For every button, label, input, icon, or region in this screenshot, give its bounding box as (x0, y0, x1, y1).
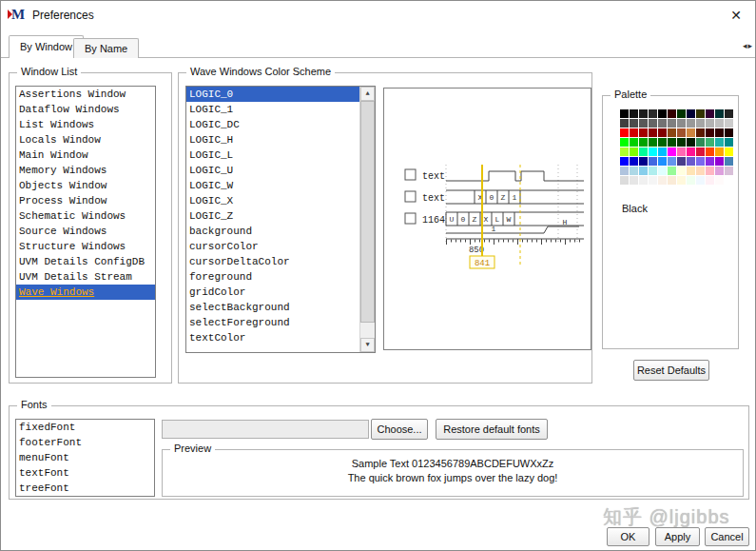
palette-color-swatch[interactable] (630, 157, 638, 166)
wave-checkbox-1[interactable] (405, 169, 416, 180)
palette-color-swatch[interactable] (649, 176, 657, 185)
palette-color-swatch[interactable] (715, 128, 724, 137)
close-icon[interactable]: ✕ (727, 6, 746, 25)
palette-color-swatch[interactable] (725, 176, 733, 185)
palette-color-swatch[interactable] (725, 167, 733, 175)
list-item[interactable]: selectForeground (186, 315, 375, 330)
reset-defaults-button[interactable]: Reset Defaults (633, 360, 709, 381)
palette-color-swatch[interactable] (687, 138, 695, 147)
color-scheme-listbox[interactable]: ▲ ▼ LOGIC_0LOGIC_1LOGIC_DCLOGIC_HLOGIC_L… (185, 86, 376, 353)
palette-color-swatch[interactable] (639, 167, 648, 175)
list-item[interactable]: LOGIC_0 (186, 87, 375, 102)
palette-color-swatch[interactable] (696, 138, 705, 147)
list-item[interactable]: LOGIC_Z (186, 208, 375, 224)
palette-color-swatch[interactable] (630, 167, 638, 175)
palette-color-swatch[interactable] (630, 138, 638, 147)
palette-color-swatch[interactable] (668, 128, 676, 137)
font-name-field[interactable] (162, 420, 369, 439)
palette-color-swatch[interactable] (725, 128, 733, 137)
palette-color-swatch[interactable] (706, 167, 714, 175)
palette-color-swatch[interactable] (677, 176, 686, 185)
palette-color-swatch[interactable] (639, 128, 648, 137)
palette-color-swatch[interactable] (696, 148, 705, 156)
palette-color-swatch[interactable] (658, 176, 667, 185)
tab-scroll-arrows[interactable]: ◂▸ (743, 41, 753, 50)
list-item[interactable]: footerFont (16, 435, 154, 450)
palette-color-swatch[interactable] (715, 138, 724, 147)
palette-color-swatch[interactable] (696, 128, 705, 137)
palette-color-swatch[interactable] (630, 176, 638, 185)
palette-color-swatch[interactable] (649, 119, 657, 128)
palette-color-swatch[interactable] (658, 138, 667, 147)
palette-color-swatch[interactable] (620, 128, 629, 137)
palette-color-swatch[interactable] (696, 176, 705, 185)
palette-color-swatch[interactable] (696, 157, 705, 166)
palette-color-swatch[interactable] (677, 148, 686, 156)
palette-color-swatch[interactable] (696, 167, 705, 175)
palette-color-swatch[interactable] (677, 109, 686, 118)
list-item[interactable]: cursorDeltaColor (186, 254, 375, 269)
list-item[interactable]: textFont (16, 465, 154, 481)
palette-color-swatch[interactable] (658, 157, 667, 166)
scrollbar-down-icon[interactable]: ▼ (360, 338, 375, 352)
cancel-button[interactable]: Cancel (705, 527, 749, 546)
list-item[interactable]: UVM Details Stream (16, 269, 155, 285)
palette-color-swatch[interactable] (620, 119, 629, 128)
list-item[interactable]: textColor (186, 330, 375, 345)
list-item[interactable]: LOGIC_1 (186, 102, 375, 117)
palette-color-swatch[interactable] (620, 148, 629, 156)
palette-color-swatch[interactable] (687, 119, 695, 128)
list-item[interactable]: menuFont (16, 450, 154, 465)
list-item[interactable]: Process Window (16, 193, 155, 208)
palette-color-swatch[interactable] (677, 157, 686, 166)
palette-color-swatch[interactable] (687, 157, 695, 166)
palette-color-swatch[interactable] (630, 109, 638, 118)
ok-button[interactable]: OK (607, 527, 649, 546)
scroll-right-icon[interactable]: ▸ (747, 41, 753, 50)
list-item[interactable]: UVM Details ConfigDB (16, 254, 155, 269)
palette-color-swatch[interactable] (620, 167, 629, 175)
palette-color-swatch[interactable] (639, 138, 648, 147)
palette-color-swatch[interactable] (706, 176, 714, 185)
palette-color-swatch[interactable] (630, 148, 638, 156)
palette-color-swatch[interactable] (715, 176, 724, 185)
list-item[interactable]: foreground (186, 269, 375, 285)
palette-color-swatch[interactable] (725, 109, 733, 118)
list-item[interactable]: LOGIC_W (186, 178, 375, 193)
palette-color-swatch[interactable] (668, 138, 676, 147)
palette-color-swatch[interactable] (668, 148, 676, 156)
list-item[interactable]: Structure Windows (16, 239, 155, 254)
apply-button[interactable]: Apply (655, 527, 700, 546)
palette-color-swatch[interactable] (658, 148, 667, 156)
palette-color-swatch[interactable] (706, 138, 714, 147)
palette-color-swatch[interactable] (687, 128, 695, 137)
list-item[interactable]: treeFont (16, 481, 154, 496)
palette-color-swatch[interactable] (706, 119, 714, 128)
list-item[interactable]: Schematic Windows (16, 208, 155, 224)
palette-color-swatch[interactable] (639, 109, 648, 118)
palette-color-swatch[interactable] (639, 176, 648, 185)
palette-color-swatch[interactable] (639, 148, 648, 156)
palette-color-swatch[interactable] (658, 167, 667, 175)
palette-color-swatch[interactable] (649, 138, 657, 147)
list-item[interactable]: gridColor (186, 285, 375, 300)
scrollbar-thumb[interactable] (360, 101, 375, 323)
list-item[interactable]: Locals Window (16, 132, 155, 148)
palette-color-swatch[interactable] (725, 138, 733, 147)
palette-color-swatch[interactable] (677, 138, 686, 147)
palette-color-swatch[interactable] (677, 167, 686, 175)
choose-font-button[interactable]: Choose... (371, 419, 428, 440)
palette-color-swatch[interactable] (687, 109, 695, 118)
list-item[interactable]: selectBackground (186, 300, 375, 315)
palette-color-swatch[interactable] (715, 157, 724, 166)
list-item[interactable]: LOGIC_X (186, 193, 375, 208)
palette-color-swatch[interactable] (630, 128, 638, 137)
palette-color-swatch[interactable] (620, 176, 629, 185)
palette-color-swatch[interactable] (639, 157, 648, 166)
palette-color-swatch[interactable] (630, 119, 638, 128)
palette-color-swatch[interactable] (687, 176, 695, 185)
palette-color-swatch[interactable] (649, 109, 657, 118)
palette-color-swatch[interactable] (706, 157, 714, 166)
list-item[interactable]: List Windows (16, 117, 155, 132)
palette-color-swatch[interactable] (715, 167, 724, 175)
